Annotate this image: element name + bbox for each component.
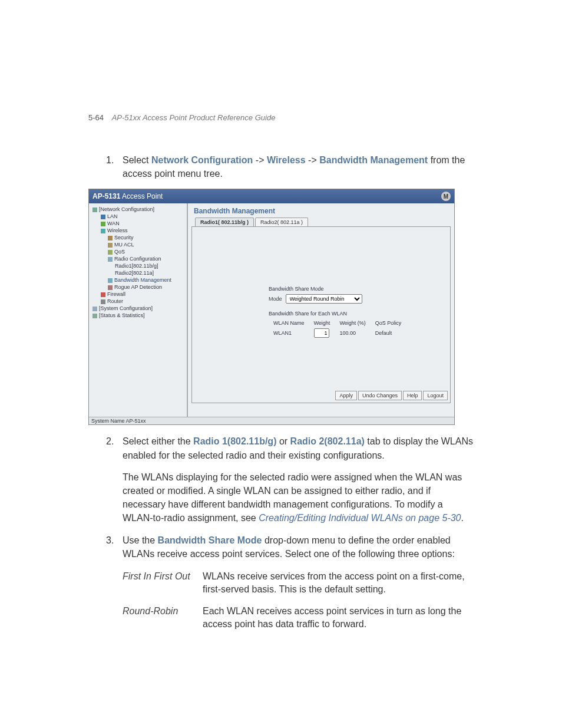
step-2-paragraph: The WLANs displaying for the selected ra… [123, 470, 474, 525]
help-button[interactable]: Help [403, 391, 422, 400]
link-radio2-tab: Radio 2(802.11a) [290, 436, 365, 446]
stats-icon [92, 314, 97, 318]
tree-qos[interactable]: QoS [90, 248, 186, 255]
tree-security[interactable]: Security [90, 234, 186, 241]
page-number: 5-64 [88, 113, 104, 122]
system-name: System Name AP-51xx [89, 417, 454, 424]
wan-icon [101, 222, 105, 226]
table-header-row: WLAN Name Weight Weight (%) QoS Policy [269, 319, 406, 327]
share-table: WLAN Name Weight Weight (%) QoS Policy W… [269, 319, 406, 339]
share-mode-title: Bandwidth Share Mode [269, 286, 406, 292]
tree-firewall[interactable]: Firewall [90, 291, 186, 298]
option-rr-term: Round-Robin [123, 605, 203, 631]
mode-select[interactable]: Weighted Round Robin [286, 294, 362, 304]
options-list: First In First Out WLANs receive service… [123, 570, 474, 631]
step-1-body: Select Network Configuration -> Wireless… [123, 153, 474, 180]
network-icon [92, 207, 97, 212]
tabs: Radio1( 802.11b/g ) Radio2( 802.11a ) [195, 218, 454, 226]
page-header: 5-64 AP-51xx Access Point Product Refere… [88, 113, 275, 122]
tab-radio1[interactable]: Radio1( 802.11b/g ) [195, 218, 254, 226]
screenshot: AP-5131 Access Point M [Network Configur… [88, 189, 455, 425]
tree-radio2[interactable]: Radio2[802.11a] [90, 269, 186, 276]
pane-title: Bandwidth Management [188, 203, 454, 218]
col-weight: Weight [309, 319, 335, 327]
titlebar: AP-5131 Access Point M [89, 189, 454, 203]
tree-muacl[interactable]: MU ACL [90, 241, 186, 248]
option-rr-desc: Each WLAN receives access point services… [203, 605, 474, 631]
tree-lan[interactable]: LAN [90, 213, 186, 220]
link-bandwidth-mgmt: Bandwidth Management [319, 155, 428, 165]
apply-button[interactable]: Apply [335, 391, 357, 400]
step-2: 2. Select either the Radio 1(802.11b/g) … [88, 434, 474, 462]
share-each-title: Bandwidth Share for Each WLAN [269, 311, 406, 317]
tree-bandwidth-mgmt[interactable]: Bandwidth Management [90, 276, 186, 284]
col-qos-policy: QoS Policy [371, 319, 406, 327]
tree-rogue-ap[interactable]: Rogue AP Detection [90, 284, 186, 291]
tree-network-config[interactable]: [Network Configuration] [90, 206, 186, 213]
tree-status-stats[interactable]: [Status & Statistics] [90, 312, 186, 319]
tree-wan[interactable]: WAN [90, 220, 186, 227]
tree-radio-config[interactable]: Radio Configuration [90, 255, 186, 262]
step-2-body: Select either the Radio 1(802.11b/g) or … [123, 434, 474, 462]
tree-router[interactable]: Router [90, 298, 186, 305]
wireless-icon [101, 229, 105, 233]
nav-tree[interactable]: [Network Configuration] LAN WAN Wireless… [89, 203, 188, 417]
link-wireless: Wireless [267, 155, 306, 165]
option-fifo: First In First Out WLANs receive service… [123, 570, 474, 597]
system-icon [92, 307, 97, 311]
cell-weight-pct: 100.00 [335, 327, 370, 339]
acl-icon [108, 243, 113, 248]
titlebar-text: AP-5131 Access Point [92, 192, 163, 200]
security-icon [108, 236, 113, 241]
radio-icon [108, 257, 113, 262]
tab-radio2[interactable]: Radio2( 802.11a ) [255, 218, 308, 226]
cell-qos: Default [371, 327, 406, 339]
lan-icon [101, 215, 105, 219]
main-pane: Bandwidth Management Radio1( 802.11b/g )… [188, 203, 454, 417]
table-row: WLAN1 100.00 Default [269, 327, 406, 339]
link-radio1-tab: Radio 1(802.11b/g) [193, 436, 276, 446]
weight-input[interactable] [314, 328, 329, 338]
qos-icon [108, 250, 113, 255]
rogue-icon [108, 285, 113, 290]
link-network-config: Network Configuration [151, 155, 253, 165]
tree-radio1[interactable]: Radio1[802.11b/g] [90, 262, 186, 269]
motorola-logo-icon: M [441, 192, 451, 201]
tree-system-config[interactable]: [System Configuration] [90, 305, 186, 312]
firewall-icon [101, 292, 105, 297]
step-3-number: 3. [106, 533, 123, 561]
step-1-number: 1. [106, 153, 123, 180]
option-fifo-term: First In First Out [123, 570, 203, 597]
step-2-number: 2. [106, 434, 123, 462]
step-1: 1. Select Network Configuration -> Wirel… [88, 153, 474, 180]
option-fifo-desc: WLANs receive services from the access p… [203, 570, 474, 597]
step-3-body: Use the Bandwidth Share Mode drop-down m… [123, 533, 474, 561]
tree-wireless[interactable]: Wireless [90, 227, 186, 234]
option-round-robin: Round-Robin Each WLAN receives access po… [123, 605, 474, 631]
pane-inner: Bandwidth Share Mode Mode Weighted Round… [191, 226, 451, 403]
bandwidth-icon [108, 278, 113, 283]
logout-button[interactable]: Logout [423, 391, 448, 400]
mode-label: Mode [269, 296, 282, 302]
link-share-mode: Bandwidth Share Mode [158, 535, 262, 545]
col-weight-pct: Weight (%) [335, 319, 370, 327]
undo-changes-button[interactable]: Undo Changes [358, 391, 402, 400]
col-wlan-name: WLAN Name [269, 319, 309, 327]
cell-wlan-name: WLAN1 [269, 327, 309, 339]
cross-ref-link[interactable]: Creating/Editing Individual WLANs on pag… [259, 513, 461, 523]
guide-title: AP-51xx Access Point Product Reference G… [112, 113, 276, 122]
router-icon [101, 299, 105, 304]
step-3: 3. Use the Bandwidth Share Mode drop-dow… [88, 533, 474, 561]
